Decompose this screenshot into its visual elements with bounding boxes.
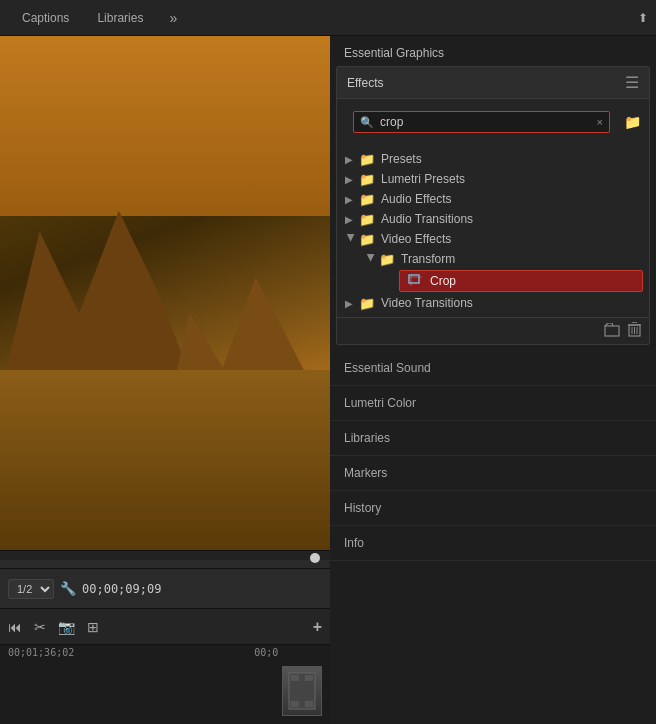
side-panels-list: Essential Sound Lumetri Color Libraries …: [330, 351, 656, 724]
delete-icon[interactable]: [628, 322, 641, 340]
settings-icon[interactable]: 🔧: [60, 581, 76, 596]
info-label: Info: [344, 536, 364, 550]
ground: [0, 370, 330, 550]
folder-audio-icon: 📁: [359, 192, 375, 206]
tree-item-video-transitions[interactable]: ▶ 📁 Video Transitions: [337, 293, 649, 313]
preview-area: [0, 36, 330, 550]
markers-label: Markers: [344, 466, 387, 480]
search-clear-button[interactable]: ×: [597, 116, 603, 128]
tab-captions[interactable]: Captions: [8, 3, 83, 33]
effects-panel: Effects ☰ 🔍 × 📁 ▶ 📁 Presets: [336, 66, 650, 345]
scrubber-bar[interactable]: [0, 550, 330, 568]
crop-label: Crop: [430, 274, 634, 288]
panel-item-history[interactable]: History: [330, 491, 656, 526]
effects-bottom-bar: [337, 317, 649, 344]
tab-libraries[interactable]: Libraries: [83, 3, 157, 33]
transform-label: Transform: [401, 252, 641, 266]
panel-item-libraries[interactable]: Libraries: [330, 421, 656, 456]
panel-item-markers[interactable]: Markers: [330, 456, 656, 491]
chevron-presets: ▶: [345, 154, 357, 165]
essential-sound-label: Essential Sound: [344, 361, 431, 375]
scrubber-thumb[interactable]: [310, 553, 320, 563]
tree-item-lumetri-presets[interactable]: ▶ 📁 Lumetri Presets: [337, 169, 649, 189]
timeline-strip-inner: [283, 667, 321, 715]
svg-rect-2: [305, 675, 313, 681]
export-button[interactable]: ⬆: [638, 11, 648, 25]
effects-menu-icon[interactable]: ☰: [625, 73, 639, 92]
film-strip-icon: [287, 671, 317, 711]
folder-lumetri-icon: 📁: [359, 172, 375, 186]
tree-item-audio-effects[interactable]: ▶ 📁 Audio Effects: [337, 189, 649, 209]
main-layout: 1/2 🔧 00;00;09;09 ⏮ ✂ 📷 ⊞ + 00;01;36;02 …: [0, 36, 656, 724]
tree-item-audio-transitions[interactable]: ▶ 📁 Audio Transitions: [337, 209, 649, 229]
mountain-left: [0, 190, 198, 396]
time-label-2: 00;0: [254, 647, 278, 658]
effect-crop-icon: [408, 274, 424, 288]
lumetri-presets-label: Lumetri Presets: [381, 172, 641, 186]
audio-effects-label: Audio Effects: [381, 192, 641, 206]
chevron-audio-transitions: ▶: [345, 214, 357, 225]
panel-item-lumetri-color[interactable]: Lumetri Color: [330, 386, 656, 421]
back-icon[interactable]: ⏮: [8, 619, 22, 635]
tree-container: ▶ 📁 Presets ▶ 📁 Lumetri Presets ▶ 📁 Audi…: [337, 145, 649, 317]
timeline-strip: [282, 666, 322, 716]
svg-rect-8: [605, 326, 619, 336]
chevron-transform: ▶: [366, 253, 377, 265]
new-bin-icon[interactable]: [604, 323, 620, 340]
mini-timeline: 00;01;36;02 00;0: [0, 644, 330, 724]
lumetri-color-label: Lumetri Color: [344, 396, 416, 410]
camera-icon[interactable]: 📷: [58, 619, 75, 635]
sky: [0, 36, 330, 216]
audio-transitions-label: Audio Transitions: [381, 212, 641, 226]
video-effects-label: Video Effects: [381, 232, 641, 246]
essential-graphics-header: Essential Graphics: [330, 36, 656, 66]
folder-new-svg: [604, 323, 620, 337]
left-panel: 1/2 🔧 00;00;09;09 ⏮ ✂ 📷 ⊞ + 00;01;36;02 …: [0, 36, 330, 724]
effects-title: Effects: [347, 76, 625, 90]
search-input[interactable]: [380, 115, 597, 129]
video-transitions-label: Video Transitions: [381, 296, 641, 310]
tree-item-transform[interactable]: ▶ 📁 Transform: [337, 249, 649, 269]
folder-video-effects-icon: 📁: [359, 232, 375, 246]
right-panel: Essential Graphics Effects ☰ 🔍 × 📁: [330, 36, 656, 724]
search-folder-icon[interactable]: 📁: [624, 114, 641, 130]
search-icon: 🔍: [360, 116, 374, 129]
timeline-controls: 1/2 🔧 00;00;09;09: [0, 568, 330, 608]
chevron-lumetri: ▶: [345, 174, 357, 185]
cut-icon[interactable]: ✂: [34, 619, 46, 635]
folder-presets-icon: 📁: [359, 152, 375, 166]
tree-item-video-effects[interactable]: ▶ 📁 Video Effects: [337, 229, 649, 249]
more-tabs-button[interactable]: »: [161, 6, 185, 30]
panel-item-essential-sound[interactable]: Essential Sound: [330, 351, 656, 386]
insert-icon[interactable]: ⊞: [87, 619, 99, 635]
time-label-1: 00;01;36;02: [8, 647, 74, 658]
folder-video-trans-icon: 📁: [359, 296, 375, 310]
svg-rect-3: [291, 701, 299, 707]
svg-rect-4: [305, 701, 313, 707]
panel-item-info[interactable]: Info: [330, 526, 656, 561]
libraries-label: Libraries: [344, 431, 390, 445]
search-bar: 🔍 ×: [353, 111, 610, 133]
svg-rect-1: [291, 675, 299, 681]
timeline-time-labels: 00;01;36;02 00;0: [0, 645, 330, 660]
folder-transform-icon: 📁: [379, 252, 395, 266]
folder-audio-trans-icon: 📁: [359, 212, 375, 226]
trash-svg: [628, 322, 641, 337]
preview-image: [0, 36, 330, 550]
chevron-video-effects: ▶: [346, 233, 357, 245]
presets-label: Presets: [381, 152, 641, 166]
top-tab-bar: Captions Libraries » ⬆: [0, 0, 656, 36]
chevron-audio-effects: ▶: [345, 194, 357, 205]
fraction-select[interactable]: 1/2: [8, 579, 54, 599]
history-label: History: [344, 501, 381, 515]
effects-panel-header: Effects ☰: [337, 67, 649, 99]
crop-effect-svg: [408, 274, 422, 286]
tree-item-presets[interactable]: ▶ 📁 Presets: [337, 149, 649, 169]
tree-item-crop[interactable]: Crop: [399, 270, 643, 292]
scrubber-track[interactable]: [0, 560, 330, 568]
tool-bar: ⏮ ✂ 📷 ⊞ +: [0, 608, 330, 644]
add-button[interactable]: +: [313, 618, 322, 636]
timecode-display: 00;00;09;09: [82, 582, 161, 596]
essential-graphics-title: Essential Graphics: [344, 46, 444, 60]
crop-item-wrapper: Crop: [337, 270, 649, 292]
